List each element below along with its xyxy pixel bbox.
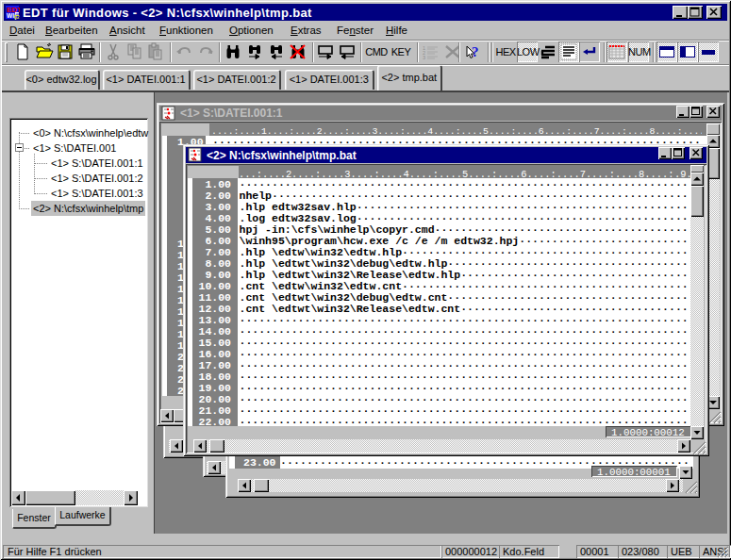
svg-text:3: 3 — [423, 55, 425, 60]
svg-text:?: ? — [472, 44, 479, 59]
svg-text:32: 32 — [14, 14, 20, 20]
